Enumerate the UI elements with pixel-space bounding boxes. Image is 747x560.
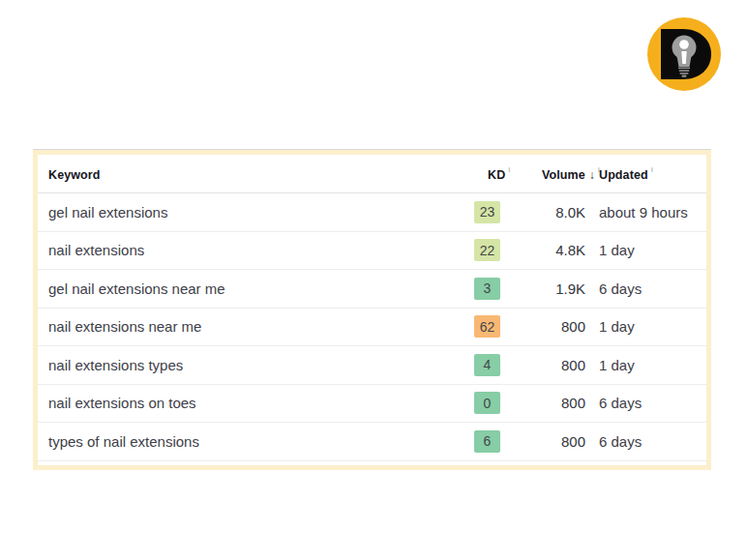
kd-badge: 3	[474, 278, 500, 300]
kd-badge: 0	[474, 392, 500, 414]
sort-desc-icon: ↓	[589, 168, 595, 182]
table-header-row: Keyword KDi Volume↓i Updatedi	[38, 155, 706, 193]
updated-cell: 6 days	[585, 433, 706, 450]
keyword-cell[interactable]: gel nail extensions	[38, 204, 474, 221]
updated-cell: 1 day	[585, 242, 706, 258]
volume-cell: 800	[528, 433, 585, 450]
column-header-kd[interactable]: KDi	[488, 165, 542, 183]
updated-cell: 6 days	[585, 280, 706, 297]
volume-cell: 8.0K	[528, 204, 585, 221]
kd-cell: 4	[474, 354, 528, 376]
info-icon: i	[651, 165, 653, 174]
brand-logo	[647, 17, 721, 91]
table-row: nail extensions near me 62 800 1 day	[38, 309, 706, 347]
kd-badge: 62	[474, 315, 500, 338]
column-header-volume[interactable]: Volume↓i	[542, 165, 599, 183]
keyword-cell[interactable]: gel nail extensions near me	[38, 280, 474, 297]
table-row: types of nail extensions 6 800 6 days	[38, 423, 706, 461]
keyword-cell[interactable]: nail extensions near me	[38, 318, 474, 335]
keyword-cell[interactable]: nail extensions on toes	[38, 395, 474, 411]
updated-cell: about 9 hours	[585, 204, 706, 221]
table-row: nail extensions 22 4.8K 1 day	[38, 232, 706, 271]
kd-cell: 3	[474, 278, 528, 300]
volume-cell: 800	[528, 318, 585, 335]
updated-cell: 1 day	[585, 357, 706, 373]
table-row: gel nail extensions near me 3 1.9K 6 day…	[38, 270, 706, 309]
kd-badge: 6	[474, 430, 500, 453]
kd-cell: 23	[474, 201, 528, 223]
lightbulb-icon	[647, 17, 721, 91]
kd-cell: 0	[474, 392, 528, 414]
updated-cell: 6 days	[585, 395, 706, 411]
updated-column-label: Updated	[599, 168, 648, 182]
kd-badge: 23	[474, 201, 500, 223]
info-icon: i	[508, 165, 510, 174]
kd-cell: 6	[474, 430, 528, 453]
column-header-updated[interactable]: Updatedi	[599, 165, 706, 183]
table-row: nail extensions types 4 800 1 day	[38, 346, 706, 385]
keyword-cell[interactable]: nail extensions	[38, 242, 474, 258]
kd-column-label: KD	[488, 168, 505, 182]
keyword-cell[interactable]: nail extensions types	[38, 357, 474, 373]
column-header-keyword[interactable]: Keyword	[38, 165, 488, 183]
kd-cell: 62	[474, 315, 528, 338]
volume-cell: 800	[528, 395, 585, 411]
updated-cell: 1 day	[585, 318, 706, 335]
keyword-cell[interactable]: types of nail extensions	[38, 433, 474, 450]
kd-badge: 4	[474, 354, 500, 376]
keyword-column-label: Keyword	[48, 168, 101, 182]
volume-cell: 1.9K	[528, 280, 585, 297]
keyword-table-card: Keyword KDi Volume↓i Updatedi gel nail e…	[33, 149, 711, 470]
kd-badge: 22	[474, 239, 500, 261]
volume-cell: 4.8K	[528, 242, 585, 258]
table-row: nail extensions on toes 0 800 6 days	[38, 385, 706, 424]
keyword-table: Keyword KDi Volume↓i Updatedi gel nail e…	[38, 155, 706, 465]
volume-cell: 800	[528, 357, 585, 373]
kd-cell: 22	[474, 239, 528, 261]
table-body: gel nail extensions 23 8.0K about 9 hour…	[38, 193, 706, 461]
table-row: gel nail extensions 23 8.0K about 9 hour…	[38, 193, 706, 232]
volume-column-label: Volume	[542, 168, 585, 182]
